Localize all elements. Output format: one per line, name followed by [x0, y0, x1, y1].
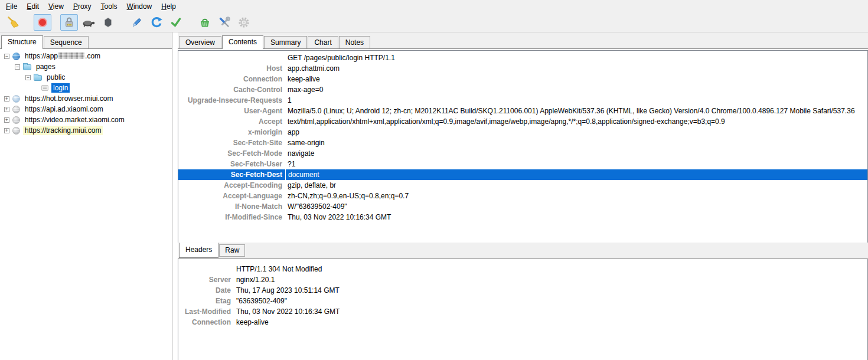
header-name: User-Agent	[178, 106, 286, 116]
tools-basket-icon[interactable]	[196, 14, 214, 31]
header-row[interactable]: Sec-Fetch-Modenavigate	[178, 148, 867, 159]
tree-host-tracking[interactable]: https://tracking.miui.com	[0, 125, 172, 136]
menu-window[interactable]: Window	[122, 1, 157, 12]
header-row[interactable]: Servernginx/1.20.1	[178, 274, 867, 285]
tab-sequence[interactable]: Sequence	[44, 36, 89, 48]
collapse-toggle-icon[interactable]	[15, 64, 20, 70]
folder-icon	[23, 64, 31, 70]
header-value: keep-alive	[234, 317, 269, 328]
validate-check-icon[interactable]	[167, 14, 185, 31]
header-row[interactable]: Etag"63639502-409"	[178, 296, 867, 306]
menu-view[interactable]: View	[44, 1, 68, 12]
collapse-toggle-icon[interactable]	[4, 54, 9, 59]
header-row[interactable]: Sec-Fetch-User?1	[178, 159, 867, 169]
tab-structure[interactable]: Structure	[1, 35, 43, 49]
tree-folder-public[interactable]: public	[0, 72, 172, 83]
tab-contents[interactable]: Contents	[222, 35, 263, 49]
header-name: If-None-Match	[178, 201, 286, 212]
left-tab-strip: Structure Sequence	[0, 32, 172, 49]
header-name: Server	[178, 274, 234, 285]
header-row[interactable]: Connectionkeep-alive	[178, 317, 867, 328]
gear-icon	[235, 14, 253, 31]
header-name: Cache-Control	[178, 84, 286, 95]
header-value: ?1	[286, 159, 295, 169]
header-row[interactable]: If-None-MatchW/"63639502-409"	[178, 201, 867, 212]
header-value: GET /pages/public/login HTTP/1.1	[286, 53, 395, 63]
tab-chart[interactable]: Chart	[308, 36, 338, 48]
throttle-turtle-icon[interactable]	[80, 14, 97, 31]
collapse-toggle-icon[interactable]	[25, 75, 31, 80]
request-subtab-strip: Headers Raw	[178, 243, 868, 259]
header-name: Etag	[178, 296, 234, 306]
header-row[interactable]: Connectionkeep-alive	[178, 74, 867, 84]
menu-edit[interactable]: Edit	[22, 1, 44, 12]
expand-toggle-icon[interactable]	[4, 107, 9, 112]
header-value: Thu, 03 Nov 2022 10:16:34 GMT	[234, 306, 340, 317]
header-row[interactable]: Sec-Fetch-Sitesame-origin	[178, 138, 867, 148]
settings-wrench-icon[interactable]	[216, 14, 233, 31]
subtab-raw[interactable]: Raw	[219, 244, 245, 257]
header-value: Thu, 03 Nov 2022 10:16:34 GMT	[286, 212, 391, 222]
breakpoints-hexagon-icon[interactable]	[99, 14, 117, 31]
header-value: HTTP/1.1 304 Not Modified	[234, 264, 322, 274]
header-value: "63639502-409"	[234, 296, 287, 306]
header-value: same-origin	[286, 138, 325, 148]
header-row[interactable]: DateThu, 17 Aug 2023 10:51:14 GMT	[178, 285, 867, 296]
tab-notes[interactable]: Notes	[339, 36, 370, 48]
record-icon[interactable]	[34, 14, 51, 31]
header-row[interactable]: If-Modified-SinceThu, 03 Nov 2022 10:16:…	[178, 212, 867, 222]
header-row[interactable]: Cache-Controlmax-age=0	[178, 84, 867, 95]
tree-folder-pages[interactable]: pages	[0, 61, 172, 72]
host-tree: https://app.com pages public login	[0, 49, 172, 360]
tree-host-app[interactable]: https://app.com	[0, 51, 172, 61]
header-row[interactable]: Last-ModifiedThu, 03 Nov 2022 10:16:34 G…	[178, 306, 867, 317]
header-row[interactable]: Upgrade-Insecure-Requests1	[178, 95, 867, 106]
expand-toggle-icon[interactable]	[4, 117, 9, 123]
menu-proxy[interactable]: Proxy	[68, 1, 96, 12]
header-row[interactable]: Accept-Encodinggzip, deflate, br	[178, 180, 867, 191]
menu-help[interactable]: Help	[156, 1, 181, 12]
menu-file[interactable]: File	[1, 1, 22, 12]
header-name	[178, 53, 286, 63]
header-name: Accept-Encoding	[178, 180, 286, 191]
header-value: app.chattmi.com	[286, 63, 340, 74]
host-label: https://video.market.xiaomi.com	[23, 115, 126, 125]
expand-toggle-icon[interactable]	[4, 96, 9, 102]
tab-summary[interactable]: Summary	[264, 36, 307, 48]
header-row[interactable]: User-AgentMozilla/5.0 (Linux; U; Android…	[178, 106, 867, 116]
censored-text-block	[58, 53, 84, 59]
tree-host-api-ad[interactable]: https://api.ad.xiaomi.com	[0, 104, 172, 114]
tree-host-hot-browser[interactable]: https://hot.browser.miui.com	[0, 93, 172, 104]
header-row[interactable]: Accept-Languagezh-CN,zh;q=0.9,en-US;q=0.…	[178, 191, 867, 201]
host-label: https://hot.browser.miui.com	[23, 94, 115, 103]
host-globe-icon	[12, 53, 20, 60]
tree-leaf-login[interactable]: login	[0, 83, 172, 93]
host-label-highlighted: https://tracking.miui.com	[23, 126, 103, 135]
clear-broom-icon[interactable]	[5, 14, 22, 31]
header-row[interactable]: Sec-Fetch-Destdocument	[178, 169, 867, 180]
header-row[interactable]: HTTP/1.1 304 Not Modified	[178, 264, 867, 274]
header-row[interactable]: Accepttext/html,application/xhtml+xml,ap…	[178, 116, 867, 127]
header-value: app	[286, 127, 299, 138]
tree-host-video-market[interactable]: https://video.market.xiaomi.com	[0, 114, 172, 125]
header-value: Thu, 17 Aug 2023 10:51:14 GMT	[234, 285, 340, 296]
header-name: Accept	[178, 116, 286, 127]
selected-request-label: login	[51, 83, 70, 93]
expand-toggle-icon[interactable]	[4, 128, 9, 133]
menu-tools[interactable]: Tools	[96, 1, 122, 12]
header-row[interactable]: GET /pages/public/login HTTP/1.1	[178, 53, 867, 63]
app-window: FileEditViewProxyToolsWindowHelp	[0, 0, 868, 360]
header-name: Last-Modified	[178, 306, 234, 317]
host-globe-icon	[12, 106, 20, 113]
host-globe-icon	[12, 95, 20, 103]
header-name: If-Modified-Since	[178, 212, 286, 222]
compose-pen-icon[interactable]	[128, 14, 146, 31]
header-row[interactable]: x-mioriginapp	[178, 127, 867, 138]
header-row[interactable]: Hostapp.chattmi.com	[178, 63, 867, 74]
tab-overview[interactable]: Overview	[179, 36, 221, 48]
header-name: x-miorigin	[178, 127, 286, 138]
subtab-headers[interactable]: Headers	[179, 243, 218, 258]
ssl-lock-icon[interactable]	[60, 14, 78, 31]
repeat-icon[interactable]	[148, 14, 165, 31]
contents-panel: Overview Contents Summary Chart Notes GE…	[178, 32, 868, 360]
